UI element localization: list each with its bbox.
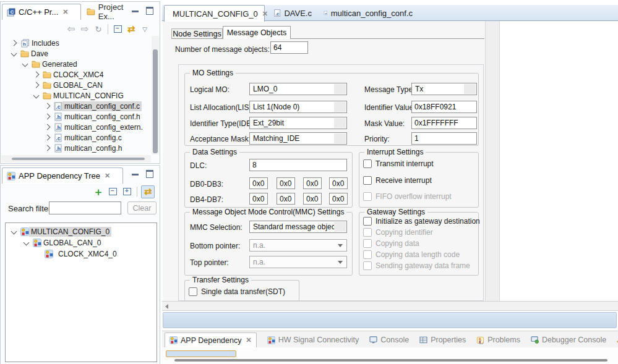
list-allocation-combo[interactable]: List 1(Node 0) bbox=[249, 101, 347, 113]
acceptance-mask-combo[interactable]: Matching_IDE bbox=[249, 132, 347, 145]
gateway-destination-checkbox[interactable] bbox=[363, 217, 372, 226]
view-menu-icon[interactable]: ▽ bbox=[139, 23, 151, 35]
tree-item-dave[interactable]: Dave bbox=[12, 48, 50, 59]
scrollbar-thumb[interactable] bbox=[153, 49, 158, 153]
forward-arrow-icon[interactable]: ⇨ bbox=[79, 23, 91, 35]
editor-tab-dave-c[interactable]: DAVE.c bbox=[268, 5, 317, 21]
back-arrow-icon[interactable]: ⇦ bbox=[65, 23, 77, 35]
expand-all-icon[interactable]: + bbox=[121, 186, 133, 198]
last-edit-location-icon[interactable]: ↻ bbox=[92, 23, 105, 35]
chevron-right-icon[interactable] bbox=[45, 114, 51, 120]
mask-value-input[interactable] bbox=[411, 117, 477, 129]
tab-properties[interactable]: Properties bbox=[419, 336, 466, 344]
project-tree-vscrollbar[interactable] bbox=[152, 36, 159, 154]
mmc-selection-combo[interactable]: Standard message object bbox=[249, 221, 347, 233]
tree-item-multican-config[interactable]: MULTICAN_CONFIG bbox=[34, 90, 126, 101]
scroll-left-arrow-icon[interactable] bbox=[165, 304, 168, 309]
tab-console[interactable]: Console bbox=[369, 336, 409, 344]
minimize-icon[interactable] bbox=[132, 174, 139, 176]
combo-button[interactable] bbox=[334, 84, 346, 94]
close-icon[interactable]: ✕ bbox=[261, 10, 268, 18]
combo-button[interactable] bbox=[334, 118, 346, 128]
editor-vscrollbar[interactable] bbox=[485, 21, 500, 301]
tab-hw-signal-connectivity[interactable]: HW Signal Connectivity bbox=[267, 336, 359, 344]
close-icon[interactable]: ✕ bbox=[103, 172, 110, 180]
chevron-down-icon[interactable] bbox=[11, 51, 17, 57]
tab-problems[interactable]: Problems bbox=[476, 336, 520, 344]
chevron-down-icon[interactable] bbox=[24, 240, 30, 246]
tree-item-clock-xmc4-0[interactable]: CLOCK_XMC4_0 bbox=[45, 248, 119, 259]
clear-button[interactable]: Clear bbox=[127, 201, 157, 214]
dlc-input[interactable] bbox=[249, 159, 347, 171]
collapse-all-icon[interactable]: − bbox=[106, 186, 119, 198]
search-filter-input[interactable] bbox=[49, 201, 121, 214]
maximize-icon[interactable] bbox=[146, 170, 153, 178]
tree-item-multican-config-extern[interactable]: multican_config_extern. bbox=[45, 122, 145, 132]
chevron-down-icon[interactable] bbox=[33, 93, 40, 99]
chevron-right-icon[interactable] bbox=[11, 40, 17, 46]
db0-input[interactable] bbox=[249, 177, 268, 189]
collapse-all-icon[interactable]: − bbox=[111, 23, 124, 35]
chevron-right-icon[interactable] bbox=[45, 103, 51, 109]
tab-message-objects[interactable]: Message Objects bbox=[223, 26, 291, 39]
chevron-right-icon[interactable] bbox=[45, 145, 51, 151]
db1-input[interactable] bbox=[277, 177, 295, 189]
db5-input[interactable] bbox=[277, 193, 295, 205]
combo-button[interactable] bbox=[334, 133, 346, 143]
link-with-editor-icon[interactable]: ⇄ bbox=[141, 185, 155, 198]
bottom-panel-focused-toolbar[interactable] bbox=[166, 350, 236, 357]
combo-button[interactable] bbox=[334, 102, 346, 112]
identifier-value-input[interactable] bbox=[411, 101, 477, 113]
close-icon[interactable]: ✕ bbox=[61, 8, 68, 16]
identifier-type-combo[interactable]: Ext_29bit bbox=[249, 117, 347, 129]
chevron-down-icon[interactable] bbox=[22, 61, 28, 67]
tree-item-global-can[interactable]: GLOBAL_CAN bbox=[34, 80, 105, 90]
db6-input[interactable] bbox=[303, 193, 322, 205]
close-icon[interactable]: ✕ bbox=[244, 336, 251, 344]
db4-input[interactable] bbox=[249, 193, 268, 205]
message-type-combo[interactable]: Tx bbox=[411, 83, 477, 95]
tree-item-multican-config-c[interactable]: multican_config.c bbox=[45, 132, 124, 143]
message-objects-count-input[interactable] bbox=[270, 41, 308, 54]
single-data-transfer-checkbox[interactable] bbox=[189, 287, 197, 296]
tab-node-settings[interactable]: Node Settings bbox=[171, 28, 223, 38]
priority-input[interactable] bbox=[411, 132, 477, 145]
combo-button[interactable] bbox=[334, 222, 346, 232]
tree-item-multican-config-h[interactable]: multican_config.h bbox=[45, 143, 124, 153]
chevron-right-icon[interactable] bbox=[33, 72, 40, 78]
tree-item-global-can-0[interactable]: GLOBAL_CAN_0 bbox=[24, 237, 103, 248]
tree-item-includes[interactable]: Includes bbox=[12, 38, 61, 48]
db7-input[interactable] bbox=[329, 193, 348, 205]
tab-app-dependency[interactable]: APP Dependency ✕ bbox=[165, 332, 257, 347]
minimize-icon[interactable] bbox=[132, 11, 139, 12]
tree-item-multican-config-conf-h[interactable]: multican_config_conf.h bbox=[45, 111, 142, 122]
tree-item-generated[interactable]: Generated bbox=[23, 59, 79, 69]
transmit-interrupt-checkbox[interactable] bbox=[363, 159, 372, 168]
editor-hscrollbar[interactable] bbox=[162, 301, 618, 311]
maximize-icon[interactable] bbox=[146, 7, 153, 15]
db3-input[interactable] bbox=[329, 177, 348, 189]
tree-item-clock-xmc4[interactable]: CLOCK_XMC4 bbox=[34, 69, 105, 80]
add-app-icon[interactable]: ＋ bbox=[92, 186, 105, 198]
bottom-panel-hscrollbar[interactable] bbox=[174, 359, 607, 362]
receive-interrupt-checkbox[interactable] bbox=[363, 176, 372, 185]
logical-mo-combo[interactable]: LMO_0 bbox=[249, 83, 347, 95]
tab-app-dependency-tree[interactable]: APP Dependency Tree ✕ bbox=[2, 167, 123, 184]
project-tree-hscrollbar[interactable] bbox=[1, 155, 151, 163]
chevron-down-icon[interactable] bbox=[11, 229, 17, 235]
tree-item-multican-config-conf-c[interactable]: multican_config_conf.c bbox=[45, 101, 142, 111]
tree-item-label: Dave bbox=[29, 49, 50, 59]
combo-button[interactable] bbox=[464, 84, 476, 94]
link-with-editor-icon[interactable]: ⇄ bbox=[125, 23, 137, 35]
chevron-right-icon[interactable] bbox=[45, 124, 51, 130]
chevron-right-icon[interactable] bbox=[45, 135, 51, 141]
chevron-right-icon[interactable] bbox=[33, 82, 40, 88]
tab-cpp-projects[interactable]: C/C++ Pr... ✕ bbox=[2, 4, 81, 20]
editor-tab-multican-config-conf-c[interactable]: multican_config_conf.c bbox=[319, 5, 418, 21]
scrollbar-thumb[interactable] bbox=[12, 158, 145, 160]
tab-debugger-console[interactable]: Debugger Console bbox=[531, 336, 606, 344]
tree-item-multican-config-0[interactable]: MULTICAN_CONFIG_0 bbox=[12, 226, 111, 237]
db2-input[interactable] bbox=[303, 177, 322, 189]
app-icon bbox=[20, 227, 29, 236]
editor-tab-multican-config-0[interactable]: MULTICAN_CONFIG_0 ✕ bbox=[164, 5, 265, 22]
